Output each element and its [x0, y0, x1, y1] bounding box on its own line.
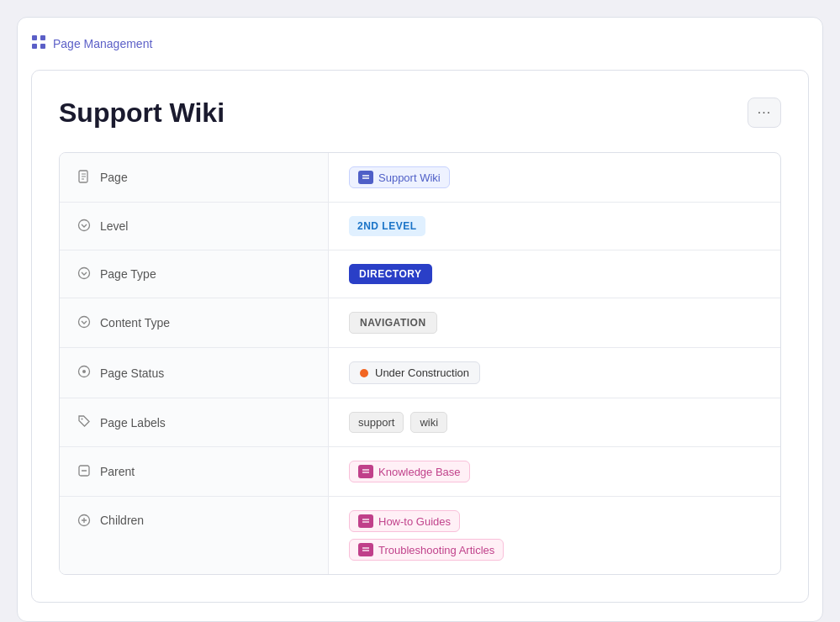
app-header-title: Page Management [53, 37, 152, 50]
svg-rect-8 [361, 173, 371, 182]
svg-point-15 [82, 370, 86, 373]
parent-chip[interactable]: Knowledge Base [349, 461, 470, 482]
label-tag-wiki[interactable]: wiki [410, 412, 447, 433]
properties-table: Page Support Wiki [59, 152, 781, 575]
level-badge: 2ND LEVEL [349, 216, 425, 236]
label-page: Page [60, 153, 329, 202]
label-page-type: Page Type [60, 250, 329, 298]
main-card: Support Wiki ··· Page [31, 70, 809, 603]
svg-rect-3 [40, 44, 45, 49]
property-row-page: Page Support Wiki [60, 153, 780, 203]
minus-square-icon [77, 464, 92, 480]
property-row-page-type: Page Type DIRECTORY [60, 250, 780, 298]
page-value-chip[interactable]: Support Wiki [349, 166, 450, 188]
child-chip-troubleshooting[interactable]: Troubleshooting Articles [349, 539, 504, 561]
page-type-badge: DIRECTORY [349, 264, 432, 284]
svg-point-11 [79, 219, 90, 230]
property-row-page-status: Page Status Under Construction [60, 348, 780, 398]
page-status-circle-icon [77, 365, 92, 381]
page-value-text: Support Wiki [378, 171, 441, 184]
plus-circle-icon [77, 514, 92, 530]
value-children: How-to Guides Troubleshooting Articles [329, 497, 780, 574]
label-level: Level [60, 203, 329, 250]
svg-rect-1 [40, 35, 45, 40]
page-type-chevron-icon [77, 266, 92, 282]
property-row-children: Children How-to Guides [60, 497, 780, 574]
status-dot [360, 369, 368, 377]
parent-value-text: Knowledge Base [378, 466, 461, 478]
svg-point-13 [79, 316, 90, 327]
value-level: 2ND LEVEL [329, 203, 780, 250]
svg-point-12 [79, 267, 90, 278]
label-page-status: Page Status [60, 348, 329, 398]
child-chip-troubleshooting-icon [358, 543, 373, 556]
content-type-badge: NAVIGATION [349, 312, 437, 334]
property-row-content-type: Content Type NAVIGATION [60, 298, 780, 348]
label-children: Children [60, 497, 329, 574]
property-row-page-labels: Page Labels support wiki [60, 398, 780, 447]
child-chip-howto-icon [358, 514, 373, 528]
app-header-icon [31, 34, 46, 53]
card-header: Support Wiki ··· [59, 98, 781, 129]
tag-icon [77, 414, 92, 430]
status-chip: Under Construction [349, 361, 480, 384]
app-header: Page Management [31, 31, 809, 56]
label-page-labels-text: Page Labels [100, 416, 166, 430]
parent-chip-icon [358, 465, 373, 478]
value-parent: Knowledge Base [329, 447, 780, 496]
value-content-type: NAVIGATION [329, 298, 780, 347]
label-parent: Parent [60, 447, 329, 496]
property-row-parent: Parent Knowledge Base [60, 447, 780, 497]
level-chevron-icon [77, 219, 92, 235]
more-options-button[interactable]: ··· [748, 98, 781, 128]
status-text: Under Construction [375, 366, 469, 379]
document-icon [77, 170, 92, 186]
child-troubleshooting-text: Troubleshooting Articles [378, 544, 494, 556]
label-level-text: Level [100, 219, 128, 233]
child-chip-howto[interactable]: How-to Guides [349, 510, 460, 532]
content-type-chevron-icon [77, 315, 92, 331]
value-page: Support Wiki [329, 153, 780, 202]
label-page-type-text: Page Type [100, 267, 156, 281]
label-tag-support[interactable]: support [349, 412, 404, 433]
child-howto-text: How-to Guides [378, 515, 451, 528]
label-page-labels: Page Labels [60, 398, 329, 446]
property-row-level: Level 2ND LEVEL [60, 203, 780, 250]
page-title: Support Wiki [59, 98, 225, 129]
page-chip-icon [358, 171, 373, 184]
value-page-labels: support wiki [329, 398, 780, 446]
label-parent-text: Parent [100, 465, 135, 478]
value-page-type: DIRECTORY [329, 250, 780, 298]
svg-point-16 [82, 419, 83, 420]
label-page-text: Page [100, 171, 128, 184]
label-page-status-text: Page Status [100, 366, 164, 380]
svg-rect-0 [32, 35, 37, 40]
outer-container: Page Management Support Wiki ··· [17, 17, 823, 622]
svg-rect-2 [32, 44, 37, 49]
label-content-type-text: Content Type [100, 316, 170, 329]
label-content-type: Content Type [60, 298, 329, 347]
value-page-status: Under Construction [329, 348, 780, 398]
label-children-text: Children [100, 514, 144, 527]
